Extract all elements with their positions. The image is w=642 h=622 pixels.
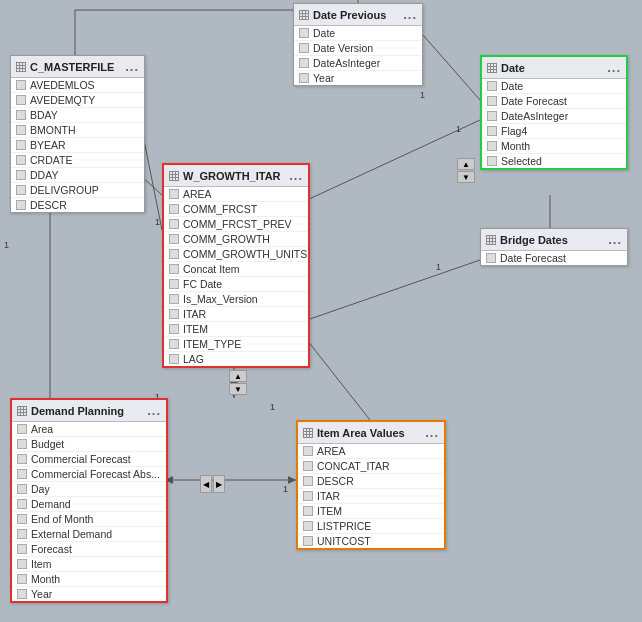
table-row: Year [12, 587, 166, 601]
diagram-canvas: 1 1 1 1 1 1 1 1 C_MASTERFILE ... AVEDEML… [0, 0, 642, 622]
table-row: DDAY [11, 168, 144, 183]
table-bridge-dates[interactable]: Bridge Dates ... Date Forecast [480, 228, 628, 266]
table-row: Concat Item [164, 262, 308, 277]
table-row: Flag4 [482, 124, 626, 139]
table-row: AREA [164, 187, 308, 202]
svg-line-3 [423, 35, 480, 100]
table-row: DateAsInteger [294, 56, 422, 71]
table-row: CONCAT_ITAR [298, 459, 444, 474]
svg-line-9 [307, 340, 370, 420]
table-row: CRDATE [11, 153, 144, 168]
svg-text:1: 1 [456, 124, 461, 134]
down-arrow-date[interactable]: ▼ [457, 171, 475, 183]
grid-icon [487, 63, 497, 73]
table-row: Date Forecast [482, 94, 626, 109]
table-row: Selected [482, 154, 626, 168]
table-row: ITAR [298, 489, 444, 504]
grid-icon [299, 10, 309, 20]
table-row: Commercial Forecast [12, 452, 166, 467]
table-header-w-growth-itar: W_GROWTH_ITAR ... [164, 165, 308, 187]
scroll-arrows-date[interactable]: ▲ ▼ [457, 158, 475, 183]
svg-line-5 [307, 120, 480, 200]
table-row: COMM_GROWTH [164, 232, 308, 247]
table-row: Date Version [294, 41, 422, 56]
table-c-masterfile[interactable]: C_MASTERFILE ... AVEDEMLOS AVEDEMQTY BDA… [10, 55, 145, 213]
table-row: Date Forecast [481, 251, 627, 265]
table-row: COMM_FRCST [164, 202, 308, 217]
table-row: End of Month [12, 512, 166, 527]
table-row: DESCR [298, 474, 444, 489]
table-row: ITAR [164, 307, 308, 322]
up-arrow-date[interactable]: ▲ [457, 158, 475, 170]
right-arrow[interactable]: ▶ [213, 475, 225, 493]
left-arrow[interactable]: ◀ [200, 475, 212, 493]
table-row: Date [482, 79, 626, 94]
table-row: LISTPRICE [298, 519, 444, 534]
table-header-demand-planning: Demand Planning ... [12, 400, 166, 422]
table-row: COMM_FRCST_PREV [164, 217, 308, 232]
table-row: ITEM [164, 322, 308, 337]
svg-text:1: 1 [283, 484, 288, 494]
table-row: Is_Max_Version [164, 292, 308, 307]
grid-icon [303, 428, 313, 438]
table-row: Commercial Forecast Abs... [12, 467, 166, 482]
table-row: Year [294, 71, 422, 85]
table-row: LAG [164, 352, 308, 366]
table-row: AVEDEMQTY [11, 93, 144, 108]
svg-text:1: 1 [155, 217, 160, 227]
grid-icon [16, 62, 26, 72]
scroll-arrows-horizontal[interactable]: ◀ ▶ [200, 475, 225, 493]
table-row: Forecast [12, 542, 166, 557]
table-row: AREA [298, 444, 444, 459]
table-row: UNITCOST [298, 534, 444, 548]
down-arrow[interactable]: ▼ [229, 383, 247, 395]
table-row: Item [12, 557, 166, 572]
table-row: Demand [12, 497, 166, 512]
table-header-c-masterfile: C_MASTERFILE ... [11, 56, 144, 78]
svg-marker-24 [288, 476, 296, 484]
table-header-bridge-dates: Bridge Dates ... [481, 229, 627, 251]
table-row: Day [12, 482, 166, 497]
table-row: BDAY [11, 108, 144, 123]
table-demand-planning[interactable]: Demand Planning ... Area Budget Commerci… [10, 398, 168, 603]
table-row: Date [294, 26, 422, 41]
scroll-arrows-vertical[interactable]: ▲ ▼ [229, 370, 247, 395]
table-row: ITEM [298, 504, 444, 519]
table-row: Month [482, 139, 626, 154]
svg-line-6 [307, 260, 480, 320]
table-row: AVEDEMLOS [11, 78, 144, 93]
table-row: Month [12, 572, 166, 587]
table-row: Area [12, 422, 166, 437]
table-row: COMM_GROWTH_UNITS [164, 247, 308, 262]
table-row: DateAsInteger [482, 109, 626, 124]
grid-icon [486, 235, 496, 245]
svg-text:1: 1 [436, 262, 441, 272]
table-row: DESCR [11, 198, 144, 212]
svg-text:1: 1 [4, 240, 9, 250]
grid-icon [17, 406, 27, 416]
svg-text:1: 1 [270, 402, 275, 412]
table-w-growth-itar[interactable]: W_GROWTH_ITAR ... AREA COMM_FRCST COMM_F… [162, 163, 310, 368]
table-row: Budget [12, 437, 166, 452]
table-row: DELIVGROUP [11, 183, 144, 198]
table-row: ITEM_TYPE [164, 337, 308, 352]
table-header-item-area-values: Item Area Values ... [298, 422, 444, 444]
table-header-date-previous: Date Previous ... [294, 4, 422, 26]
table-row: FC Date [164, 277, 308, 292]
svg-text:1: 1 [420, 90, 425, 100]
table-header-date: Date ... [482, 57, 626, 79]
table-item-area-values[interactable]: Item Area Values ... AREA CONCAT_ITAR DE… [296, 420, 446, 550]
grid-icon [169, 171, 179, 181]
table-row: BMONTH [11, 123, 144, 138]
table-date-previous[interactable]: Date Previous ... Date Date Version Date… [293, 3, 423, 86]
up-arrow[interactable]: ▲ [229, 370, 247, 382]
table-row: BYEAR [11, 138, 144, 153]
table-date[interactable]: Date ... Date Date Forecast DateAsIntege… [480, 55, 628, 170]
table-row: External Demand [12, 527, 166, 542]
